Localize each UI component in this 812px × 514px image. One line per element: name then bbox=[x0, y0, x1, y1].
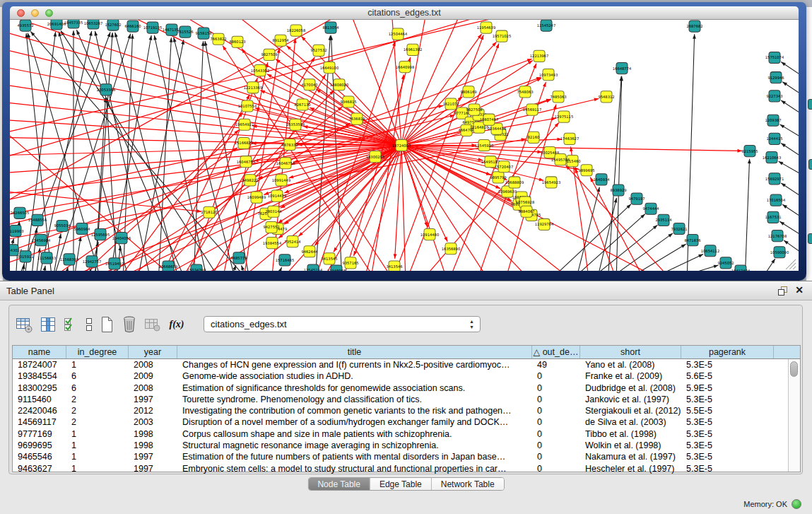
table-cell[interactable]: 1998 bbox=[129, 428, 177, 440]
table-row[interactable]: 946362711997Embryonic stem cells: a mode… bbox=[13, 463, 800, 474]
column-header-title[interactable]: title bbox=[177, 346, 532, 358]
table-selector-dropdown[interactable]: citations_edges.txt ▲▼ bbox=[204, 316, 481, 332]
table-cell[interactable]: Dudbridge et al. (2008) bbox=[580, 382, 681, 394]
table-cell[interactable]: 1 bbox=[66, 428, 129, 440]
window-titlebar[interactable]: citations_edges.txt bbox=[10, 6, 799, 20]
select-all-icon[interactable] bbox=[63, 315, 78, 334]
table-cell[interactable]: 0 bbox=[532, 451, 580, 462]
table-cell[interactable]: 0 bbox=[532, 416, 580, 428]
close-window-button[interactable] bbox=[17, 9, 25, 17]
table-cell[interactable]: 1 bbox=[66, 451, 129, 462]
table-cell[interactable]: Stergiakouli et al. (2012) bbox=[580, 405, 681, 416]
table-cell[interactable]: Changes of HCN gene expression and I(f) … bbox=[177, 359, 532, 370]
table-cell[interactable]: 2008 bbox=[129, 359, 177, 370]
column-header-short[interactable]: short bbox=[580, 346, 681, 358]
table-cell[interactable]: 2 bbox=[66, 394, 129, 405]
table-cell[interactable]: 0 bbox=[532, 405, 580, 416]
tab-edge-table[interactable]: Edge Table bbox=[370, 478, 431, 490]
table-cell[interactable]: de Silva et al. (2003) bbox=[580, 416, 681, 428]
table-cell[interactable]: Embryonic stem cells: a model to study s… bbox=[177, 463, 532, 474]
table-cell[interactable]: 5.6E-5 bbox=[681, 370, 774, 382]
new-document-icon[interactable] bbox=[100, 315, 115, 334]
column-header-in_degree[interactable]: in_degree bbox=[66, 346, 129, 358]
table-cell[interactable]: Estimation of significance thresholds fo… bbox=[177, 382, 532, 394]
table-row[interactable]: 977716911998Corpus callosum shape and si… bbox=[13, 428, 800, 440]
table-cell[interactable]: Tibbo et al. (1998) bbox=[580, 428, 681, 440]
tab-node-table[interactable]: Node Table bbox=[308, 478, 370, 490]
table-cell[interactable]: 2009 bbox=[129, 370, 177, 382]
table-row[interactable]: 1872400712008Changes of HCN gene express… bbox=[13, 359, 800, 370]
table-cell[interactable]: 14569117 bbox=[13, 416, 66, 428]
minimize-window-button[interactable] bbox=[31, 9, 39, 17]
table-cell[interactable]: Yano et al. (2008) bbox=[580, 359, 681, 370]
memory-indicator-icon[interactable] bbox=[792, 499, 801, 509]
table-cell[interactable]: Genome-wide association studies in ADHD. bbox=[177, 370, 532, 382]
table-row[interactable]: 1830029562008Estimation of significance … bbox=[13, 382, 800, 394]
table-cell[interactable]: 2 bbox=[66, 405, 129, 416]
table-cell[interactable]: 0 bbox=[532, 440, 580, 451]
table-cell[interactable]: 1998 bbox=[129, 440, 177, 451]
table-cell[interactable]: 9777169 bbox=[13, 428, 66, 440]
column-header-out_de[interactable]: △ out_de… bbox=[532, 346, 580, 358]
column-header-pagerank[interactable]: pagerank bbox=[681, 346, 774, 358]
table-cell[interactable]: 2012 bbox=[129, 405, 177, 416]
table-cell[interactable]: Structural magnetic resonance image aver… bbox=[177, 440, 532, 451]
function-builder-icon[interactable]: f(x) bbox=[167, 319, 186, 330]
table-cell[interactable]: Jankovic et al. (1997) bbox=[580, 394, 681, 405]
table-cell[interactable]: 0 bbox=[532, 382, 580, 394]
table-cell[interactable]: 9465546 bbox=[13, 451, 66, 462]
table-cell[interactable]: 5.3E-5 bbox=[681, 416, 774, 428]
table-cell[interactable]: Corpus callosum shape and size in male p… bbox=[177, 428, 532, 440]
table-cell[interactable]: Tourette syndrome. Phenomenology and cla… bbox=[177, 394, 532, 405]
column-header-name[interactable]: name bbox=[13, 346, 66, 358]
table-cell[interactable]: 1 bbox=[66, 359, 129, 370]
table-cell[interactable]: 49 bbox=[532, 359, 580, 370]
add-column-icon[interactable] bbox=[39, 315, 57, 334]
table-cell[interactable]: 1997 bbox=[129, 463, 177, 474]
table-cell[interactable]: 6 bbox=[66, 370, 129, 382]
table-cell[interactable]: 5.5E-5 bbox=[681, 405, 774, 416]
table-row[interactable]: 969969511998Structural magnetic resonanc… bbox=[13, 440, 800, 451]
table-cell[interactable]: 1997 bbox=[129, 451, 177, 462]
tab-network-table[interactable]: Network Table bbox=[431, 478, 504, 490]
table-cell[interactable]: 2003 bbox=[129, 416, 177, 428]
table-cell[interactable]: Estimation of the future numbers of pati… bbox=[177, 451, 532, 462]
table-vertical-scrollbar[interactable] bbox=[788, 359, 800, 472]
table-cell[interactable]: 5.3E-5 bbox=[681, 428, 774, 440]
table-cell[interactable]: 5.3E-5 bbox=[681, 394, 774, 405]
table-cell[interactable]: 1 bbox=[66, 440, 129, 451]
table-row[interactable]: 946554611997Estimation of the future num… bbox=[13, 451, 800, 462]
table-cell[interactable]: 9699695 bbox=[13, 440, 66, 451]
table-cell[interactable]: 0 bbox=[532, 370, 580, 382]
table-cell[interactable]: 9463627 bbox=[13, 463, 66, 474]
table-cell[interactable]: 5.9E-5 bbox=[681, 382, 774, 394]
table-row[interactable]: 911546021997Tourette syndrome. Phenomeno… bbox=[13, 394, 800, 405]
import-table-icon-disabled[interactable] bbox=[143, 315, 162, 334]
table-cell[interactable]: 18300295 bbox=[13, 382, 66, 394]
table-cell[interactable]: 1 bbox=[66, 463, 129, 474]
table-cell[interactable]: 5.3E-5 bbox=[681, 463, 774, 474]
close-panel-icon[interactable]: ✕ bbox=[795, 284, 804, 296]
table-cell[interactable]: Disruption of a novel member of a sodium… bbox=[177, 416, 532, 428]
table-cell[interactable]: Wolkin et al. (1998) bbox=[580, 440, 681, 451]
table-cell[interactable]: 2 bbox=[66, 416, 129, 428]
table-cell[interactable]: 2008 bbox=[129, 382, 177, 394]
table-cell[interactable]: 5.3E-5 bbox=[681, 451, 774, 462]
table-row[interactable]: 2242004622012Investigating the contribut… bbox=[13, 405, 800, 416]
scrollbar-thumb[interactable] bbox=[790, 361, 798, 377]
table-settings-icon[interactable] bbox=[15, 315, 33, 334]
table-row[interactable]: 1938455462009Genome-wide association stu… bbox=[13, 370, 800, 382]
zoom-window-button[interactable] bbox=[45, 9, 53, 17]
delete-table-icon[interactable] bbox=[121, 315, 138, 334]
table-cell[interactable]: 0 bbox=[532, 463, 580, 474]
table-cell[interactable]: Nakamura et al. (1997) bbox=[580, 451, 681, 462]
table-cell[interactable]: 6 bbox=[66, 382, 129, 394]
unselect-rows-icon[interactable] bbox=[84, 315, 94, 334]
network-canvas[interactable]: 1872400718226058891295498275091054330212… bbox=[10, 20, 799, 271]
table-cell[interactable]: 19384554 bbox=[13, 370, 66, 382]
table-cell[interactable]: 1997 bbox=[129, 394, 177, 405]
table-cell[interactable]: 5.3E-5 bbox=[681, 440, 774, 451]
table-cell[interactable]: 9115460 bbox=[13, 394, 66, 405]
table-cell[interactable]: Franke et al. (2009) bbox=[580, 370, 681, 382]
table-cell[interactable]: 5.3E-5 bbox=[681, 359, 774, 370]
